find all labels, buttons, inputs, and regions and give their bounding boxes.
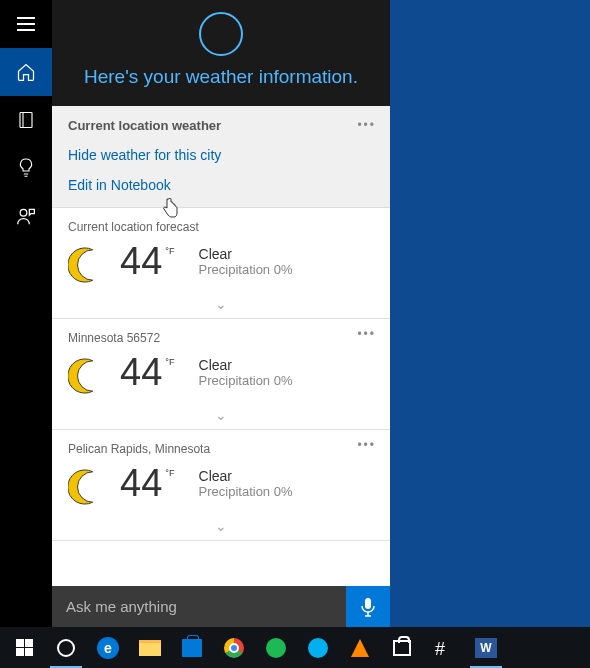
cortana-circle-icon (57, 639, 75, 657)
notebook-icon (17, 110, 35, 130)
search-input[interactable] (52, 586, 346, 627)
skype-button[interactable] (298, 627, 338, 668)
edit-notebook-link[interactable]: Edit in Notebook (68, 177, 374, 193)
slack-icon: # (435, 639, 453, 657)
skype-icon (308, 638, 328, 658)
forecast-card[interactable]: •••Minnesota 5657244°FClearPrecipitation… (52, 319, 390, 430)
expand-chevron[interactable]: ⌄ (68, 292, 374, 318)
home-icon (16, 62, 36, 82)
moon-icon (68, 246, 106, 284)
microphone-button[interactable] (346, 586, 390, 627)
notebook-button[interactable] (0, 96, 52, 144)
person-chat-icon (16, 206, 36, 226)
bag-icon (393, 640, 411, 656)
cortana-taskbar-button[interactable] (46, 627, 86, 668)
forecast-list: Current location forecast44°FClearPrecip… (52, 208, 390, 627)
hamburger-icon (17, 17, 35, 31)
conditions: ClearPrecipitation 0% (199, 246, 293, 277)
windows-icon (16, 639, 33, 656)
cortana-response-text: Here's your weather information. (52, 66, 390, 88)
svg-point-2 (20, 209, 27, 216)
card-more-button[interactable]: ••• (357, 327, 376, 341)
insights-button[interactable] (0, 144, 52, 192)
shopping-button[interactable] (382, 627, 422, 668)
feedback-button[interactable] (0, 192, 52, 240)
file-explorer-button[interactable] (130, 627, 170, 668)
forecast-location: Pelican Rapids, Minnesota (68, 442, 374, 456)
conditions: ClearPrecipitation 0% (199, 357, 293, 388)
forecast-location: Minnesota 56572 (68, 331, 374, 345)
expand-chevron[interactable]: ⌄ (68, 514, 374, 540)
hide-weather-link[interactable]: Hide weather for this city (68, 147, 374, 163)
moon-icon (68, 357, 106, 395)
forecast-card[interactable]: •••Pelican Rapids, Minnesota44°FClearPre… (52, 430, 390, 541)
cortana-ring-icon (199, 12, 243, 56)
conditions: ClearPrecipitation 0% (199, 468, 293, 499)
word-icon: W (475, 638, 497, 658)
start-button[interactable] (4, 627, 44, 668)
forecast-row: 44°FClearPrecipitation 0% (68, 353, 374, 403)
expand-chevron[interactable]: ⌄ (68, 403, 374, 429)
microphone-icon (361, 597, 375, 617)
svg-rect-3 (365, 598, 371, 609)
chrome-icon (224, 638, 244, 658)
edge-button[interactable]: e (88, 627, 128, 668)
lightbulb-icon (17, 157, 35, 179)
slack-button[interactable]: # (424, 627, 464, 668)
vlc-button[interactable] (340, 627, 380, 668)
more-options-button[interactable]: ••• (357, 118, 376, 132)
spotify-icon (266, 638, 286, 658)
taskbar: e # W (0, 627, 590, 668)
moon-icon (68, 468, 106, 506)
forecast-card[interactable]: Current location forecast44°FClearPrecip… (52, 208, 390, 319)
spotify-button[interactable] (256, 627, 296, 668)
cortana-sidebar (0, 0, 52, 627)
forecast-location: Current location forecast (68, 220, 374, 234)
card-more-button[interactable]: ••• (357, 438, 376, 452)
temperature: 44°F (120, 242, 175, 280)
forecast-row: 44°FClearPrecipitation 0% (68, 464, 374, 514)
store-icon (182, 639, 202, 657)
edge-icon: e (97, 637, 119, 659)
svg-rect-0 (20, 113, 32, 128)
menu-button[interactable] (0, 0, 52, 48)
chrome-button[interactable] (214, 627, 254, 668)
weather-settings-card: ••• Current location weather Hide weathe… (52, 106, 390, 208)
temperature: 44°F (120, 464, 175, 502)
folder-icon (139, 640, 161, 656)
vlc-icon (351, 639, 369, 657)
cortana-header: Here's your weather information. (52, 0, 390, 106)
store-button[interactable] (172, 627, 212, 668)
search-bar (52, 586, 390, 627)
home-button[interactable] (0, 48, 52, 96)
cortana-panel: Here's your weather information. ••• Cur… (52, 0, 390, 627)
word-button[interactable]: W (466, 627, 506, 668)
temperature: 44°F (120, 353, 175, 391)
forecast-row: 44°FClearPrecipitation 0% (68, 242, 374, 292)
settings-title: Current location weather (68, 118, 374, 133)
